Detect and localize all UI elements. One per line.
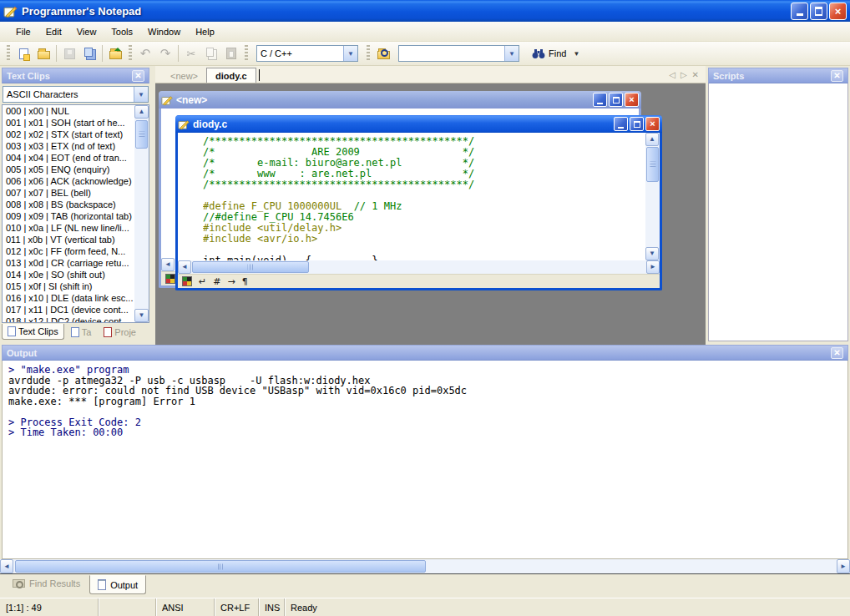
chevron-down-icon[interactable]: ▼	[573, 50, 579, 58]
whitespace-hash-icon[interactable]: #	[213, 277, 220, 286]
menu-edit[interactable]: Edit	[38, 23, 69, 40]
clip-item[interactable]: 002 | x02 | STX (start of text)	[3, 129, 134, 140]
tab-next-icon[interactable]: ▷	[681, 70, 687, 79]
close-button[interactable]: ×	[645, 117, 660, 131]
clip-item[interactable]: 011 | x0b | VT (vertical tab)	[3, 234, 134, 245]
clip-item[interactable]: 018 | x12 | DC2 (device cont...	[3, 316, 134, 322]
code-pane[interactable]: /***************************************…	[203, 136, 645, 260]
tab-close-icon[interactable]: ✕	[692, 70, 699, 79]
clip-item[interactable]: 017 | x11 | DC1 (device cont...	[3, 304, 134, 316]
child-window-diody-titlebar[interactable]: diody.c ×	[175, 115, 662, 133]
maximize-button[interactable]	[609, 93, 623, 107]
bottom-tab-output[interactable]: Output	[89, 575, 146, 594]
new-file-button[interactable]	[13, 44, 33, 63]
close-button[interactable]: ×	[829, 3, 847, 20]
scroll-up-icon[interactable]: ▲	[645, 133, 659, 146]
scrollbar-thumb[interactable]	[646, 147, 659, 182]
panel-tab-icon	[71, 327, 79, 337]
line-end-icon[interactable]: ↵	[199, 277, 206, 286]
minimize-button[interactable]	[593, 93, 607, 107]
open-file-button[interactable]	[33, 44, 53, 63]
child-window-diody[interactable]: diody.c × /*****************************…	[175, 115, 662, 290]
clip-item[interactable]: 013 | x0d | CR (carriage retu...	[3, 257, 134, 269]
clip-item[interactable]: 007 | x07 | BEL (bell)	[3, 187, 134, 199]
find-in-files-button[interactable]	[373, 44, 393, 63]
color-grid-icon[interactable]	[182, 276, 192, 286]
text-clips-close-button[interactable]: ✕	[132, 70, 144, 82]
panel-tab-icon	[104, 327, 112, 337]
clip-item[interactable]: 015 | x0f | SI (shift in)	[3, 280, 134, 292]
clip-item[interactable]: 006 | x06 | ACK (acknowledge)	[3, 175, 134, 187]
scroll-left-icon[interactable]: ◄	[161, 258, 175, 271]
menu-tools[interactable]: Tools	[104, 23, 140, 40]
panel-tab-text-clips[interactable]: Text Clips	[2, 324, 64, 340]
scheme-select[interactable]: C / C++ ▼	[256, 45, 358, 62]
scroll-left-icon[interactable]: ◄	[0, 559, 13, 573]
menu-file[interactable]: File	[8, 23, 38, 40]
tab-prev-icon[interactable]: ◁	[669, 70, 675, 79]
editor-vscrollbar[interactable]: ▲ ▼	[645, 133, 660, 260]
close-icon: ×	[629, 95, 634, 104]
maximize-icon	[634, 121, 640, 128]
panel-tab-proje[interactable]: Proje	[98, 324, 142, 341]
app-icon	[3, 4, 18, 18]
scripts-close-button[interactable]: ✕	[831, 70, 843, 82]
clip-item[interactable]: 008 | x08 | BS (backspace)	[3, 199, 134, 210]
clip-item[interactable]: 010 | x0a | LF (NL new line/li...	[3, 222, 134, 234]
editor-hscrollbar[interactable]: ◄ ►	[178, 260, 660, 274]
child-window-new-titlebar[interactable]: <new> ×	[159, 91, 641, 109]
output-console[interactable]: > "make.exe" programavrdude -p atmega32 …	[2, 361, 848, 559]
maximize-button[interactable]	[630, 117, 644, 131]
clip-item[interactable]: 000 | x00 | NUL	[3, 105, 134, 117]
scrollbar-thumb[interactable]	[192, 261, 309, 273]
panel-tab-label: Text Clips	[18, 326, 58, 336]
pilcrow-icon[interactable]: ¶	[242, 277, 248, 286]
restore-button[interactable]	[810, 3, 827, 20]
tab-marker-icon[interactable]: →	[227, 277, 235, 286]
child-window-diody-title: diody.c	[193, 119, 227, 130]
scroll-right-icon[interactable]: ►	[646, 260, 660, 274]
scroll-left-icon[interactable]: ◄	[178, 260, 191, 274]
bottom-tab-find-results[interactable]: Find Results	[5, 575, 88, 592]
search-combobox[interactable]: ▼	[398, 45, 519, 62]
scroll-down-icon[interactable]: ▼	[645, 247, 659, 260]
document-tab-diody-c[interactable]: diody.c	[206, 68, 256, 83]
clip-item[interactable]: 001 | x01 | SOH (start of he...	[3, 117, 134, 129]
editor-diody-text-area[interactable]: /***************************************…	[178, 133, 660, 260]
scroll-right-icon[interactable]: ►	[837, 559, 850, 573]
clip-item[interactable]: 003 | x03 | ETX (nd of text)	[3, 140, 134, 152]
scrollbar-thumb[interactable]	[15, 560, 426, 573]
scrollbar-thumb[interactable]	[135, 120, 148, 149]
open-project-button[interactable]	[105, 44, 125, 63]
clip-item[interactable]: 005 | x05 | ENQ (enquiry)	[3, 164, 134, 175]
clip-item[interactable]: 012 | x0c | FF (form feed, N...	[3, 245, 134, 257]
minimize-button[interactable]	[791, 3, 808, 20]
output-close-button[interactable]: ✕	[831, 347, 843, 359]
scroll-up-icon[interactable]: ▲	[134, 105, 149, 119]
clip-list-scrollbar[interactable]: ▲ ▼	[134, 105, 149, 322]
chevron-down-icon[interactable]: ▼	[343, 46, 357, 61]
save-all-button[interactable]	[79, 44, 99, 63]
panel-tab-ta[interactable]: Ta	[65, 324, 98, 341]
menu-window[interactable]: Window	[140, 23, 188, 40]
document-tab-new[interactable]: <new>	[162, 68, 206, 83]
clip-set-select[interactable]: ASCII Characters ▼	[3, 86, 149, 103]
new-icon	[19, 48, 28, 59]
output-hscrollbar[interactable]: ◄ ►	[0, 559, 850, 573]
close-button[interactable]: ×	[625, 93, 639, 107]
status-cell	[99, 598, 156, 616]
clip-item[interactable]: 014 | x0e | SO (shift out)	[3, 269, 134, 280]
find-button[interactable]: Find ▼	[528, 46, 584, 61]
menu-help[interactable]: Help	[188, 23, 222, 40]
chevron-down-icon[interactable]: ▼	[134, 87, 148, 102]
minimize-button[interactable]	[614, 117, 628, 131]
menu-view[interactable]: View	[69, 23, 104, 40]
editor-diody[interactable]: /***************************************…	[178, 133, 660, 288]
clip-item[interactable]: 009 | x09 | TAB (horizontal tab)	[3, 210, 134, 222]
clip-item[interactable]: 016 | x10 | DLE (data link esc...	[3, 292, 134, 304]
color-grid-icon[interactable]	[165, 274, 175, 284]
scroll-down-icon[interactable]: ▼	[134, 309, 149, 322]
chevron-down-icon[interactable]: ▼	[504, 46, 519, 61]
scripts-list[interactable]	[708, 83, 848, 341]
clip-item[interactable]: 004 | x04 | EOT (end of tran...	[3, 152, 134, 164]
